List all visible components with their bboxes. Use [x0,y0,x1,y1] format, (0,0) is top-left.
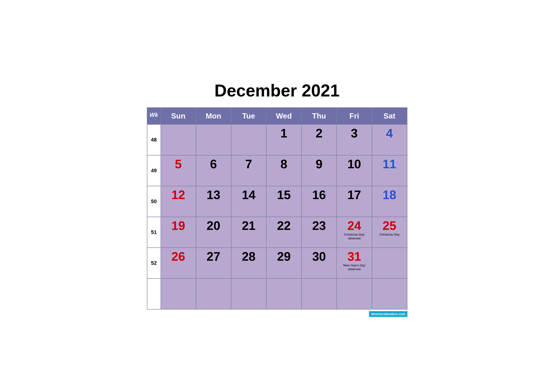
day-number: 6 [199,158,228,170]
day-cell: 1 [266,124,302,155]
day-cell [231,124,266,155]
day-number: 22 [269,219,298,232]
day-number: 13 [199,189,228,201]
extra-cell [302,279,337,309]
day-cell: 17 [337,186,372,217]
day-cell: 27 [196,248,231,279]
day-cell: 24'Christmas Day' observed [337,217,372,248]
extra-cell [337,279,372,309]
calendar-table: Wk Sun Mon Tue Wed Thu Fri Sat 481234495… [147,107,407,309]
week-number-52: 52 [147,248,161,279]
day-number: 15 [269,189,298,201]
day-number: 3 [340,127,369,139]
week-number-48: 48 [147,124,161,155]
day-number: 17 [340,189,369,201]
day-number: 7 [234,158,263,170]
day-cell: 7 [231,155,266,186]
day-cell: 20 [196,217,231,248]
day-cell: 12 [161,186,196,217]
day-cell: 6 [196,155,231,186]
day-number: 18 [375,189,404,201]
day-number: 31 [340,250,369,263]
day-number: 25 [375,219,404,232]
day-cell: 19 [161,217,196,248]
watermark: wheniscalendars.com [147,309,407,316]
day-number: 12 [164,189,193,201]
sat-header: Sat [372,108,407,124]
extra-cell [231,279,266,309]
day-number: 20 [199,219,228,232]
calendar-container: December 2021 Wk Sun Mon Tue Wed Thu Fri… [147,76,407,316]
holiday-label: 'New Year's Day' observed [340,264,369,272]
day-cell: 2 [302,124,337,155]
week-row-48: 481234 [147,124,407,155]
day-cell: 22 [266,217,302,248]
day-number: 29 [269,250,298,263]
week-row-51: 51192021222324'Christmas Day' observed25… [147,217,407,248]
day-number: 5 [164,158,193,170]
day-cell: 15 [266,186,302,217]
day-cell: 18 [372,186,407,217]
day-number: 28 [234,250,263,263]
day-cell: 9 [302,155,337,186]
day-cell: 30 [302,248,337,279]
day-cell: 26 [161,248,196,279]
day-number: 19 [164,219,193,232]
day-number: 2 [305,127,333,139]
day-cell: 4 [372,124,407,155]
day-number: 10 [340,158,369,170]
calendar-body: 4812344956789101150121314151617185119202… [147,124,407,309]
extra-empty-row [147,279,407,309]
day-cell: 3 [337,124,372,155]
day-cell: 21 [231,217,266,248]
day-cell [372,248,407,279]
wk-header: Wk [147,108,161,124]
day-cell: 8 [266,155,302,186]
week-row-50: 5012131415161718 [147,186,407,217]
week-number-51: 51 [147,217,161,248]
mon-header: Mon [196,108,231,124]
day-number: 26 [164,250,193,263]
week-row-49: 49567891011 [147,155,407,186]
extra-cell [147,279,161,309]
day-cell: 14 [231,186,266,217]
holiday-label: Christmas Day [375,233,404,237]
day-cell: 25Christmas Day [372,217,407,248]
day-number: 8 [269,158,298,170]
day-cell [161,124,196,155]
day-number: 16 [305,189,333,201]
watermark-text: wheniscalendars.com [369,311,407,317]
day-number: 11 [375,158,404,170]
day-number: 30 [305,250,333,263]
day-cell: 29 [266,248,302,279]
day-cell: 23 [302,217,337,248]
extra-cell [266,279,302,309]
day-number: 23 [305,219,333,232]
day-cell: 5 [161,155,196,186]
week-number-49: 49 [147,155,161,186]
calendar-title: December 2021 [147,76,407,107]
day-number: 4 [375,127,404,139]
holiday-label: 'Christmas Day' observed [340,233,369,241]
extra-cell [372,279,407,309]
day-cell: 16 [302,186,337,217]
day-cell: 13 [196,186,231,217]
week-row-52: 52262728293031'New Year's Day' observed [147,248,407,279]
day-cell: 31'New Year's Day' observed [337,248,372,279]
day-number: 21 [234,219,263,232]
day-number: 27 [199,250,228,263]
day-number: 1 [269,127,298,139]
day-cell: 10 [337,155,372,186]
header-row: Wk Sun Mon Tue Wed Thu Fri Sat [147,108,407,124]
sun-header: Sun [161,108,196,124]
day-cell: 28 [231,248,266,279]
day-cell: 11 [372,155,407,186]
fri-header: Fri [337,108,372,124]
day-number: 24 [340,219,369,232]
tue-header: Tue [231,108,266,124]
extra-cell [196,279,231,309]
day-number: 14 [234,189,263,201]
thu-header: Thu [302,108,337,124]
wed-header: Wed [266,108,302,124]
extra-cell [161,279,196,309]
